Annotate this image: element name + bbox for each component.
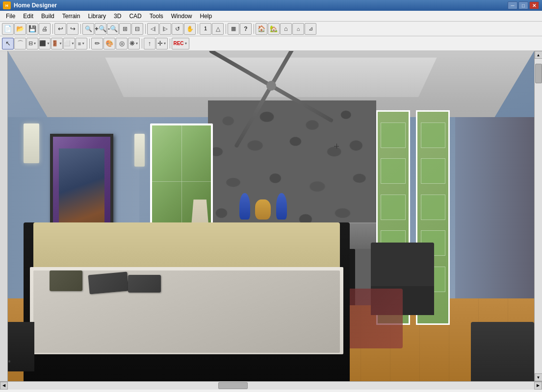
minimize-button[interactable]: ─	[508, 1, 517, 9]
hand-icon: ✋	[186, 25, 194, 32]
house-int-button[interactable]: 🏡	[268, 23, 280, 35]
fit-window-button[interactable]: ⊞	[119, 23, 131, 35]
window-tool-button[interactable]: ⬜ ▼	[63, 38, 75, 49]
vase-gold-center	[255, 199, 271, 219]
scroll-up-arrow[interactable]: ▲	[535, 51, 542, 59]
maximize-button[interactable]: □	[518, 1, 528, 9]
canvas-area[interactable]: ▲ ▼	[8, 51, 542, 381]
roof1-button[interactable]: ⌂	[292, 23, 304, 35]
menu-item-tools[interactable]: Tools	[146, 11, 167, 22]
fit-all-button[interactable]: ⊟	[131, 23, 143, 35]
undo-button[interactable]: ↩	[54, 23, 66, 35]
menu-item-terrain[interactable]: Terrain	[58, 11, 84, 22]
print-icon: 🖨	[42, 25, 48, 32]
door-tool-button[interactable]: 🚪 ▼	[51, 38, 63, 49]
rotate-button[interactable]: ↺	[172, 23, 183, 35]
close-button[interactable]: ✕	[529, 1, 539, 9]
crosshair-cursor	[334, 144, 339, 148]
rec-button[interactable]: REC ▼	[172, 38, 189, 49]
separator-1	[51, 23, 54, 35]
house-ext-icon: 🏠	[258, 25, 265, 32]
scroll-down-arrow[interactable]: ▼	[535, 373, 542, 381]
checkerboard-button[interactable]: ▦	[228, 23, 239, 35]
fan-body	[266, 81, 276, 91]
scroll-track[interactable]	[535, 59, 542, 373]
roof2-button[interactable]: ⊿	[305, 23, 316, 35]
menu-item-cad[interactable]: CAD	[125, 11, 145, 22]
toolbar-secondary: ↖ ⌒ ⊟ ▼ ⬛ ▼ 🚪 ▼ ⬜ ▼ ≡ ▼ ✏ 🎨 ◎ ❋ ▼ ↑ ✛ ▼	[0, 36, 542, 51]
number-button[interactable]: 1	[200, 23, 211, 35]
help-q-button[interactable]: ?	[240, 23, 252, 35]
zoom-magnifier-button[interactable]: 🔍	[82, 23, 94, 35]
wall-tool-button[interactable]: ⊟ ▼	[26, 38, 38, 49]
hscroll-track[interactable]	[8, 382, 534, 390]
number-icon: 1	[204, 26, 207, 31]
new-button[interactable]: 📄	[2, 23, 14, 35]
corner-chair	[471, 322, 534, 381]
pattern-tool-icon: ◎	[119, 40, 125, 47]
app-icon: H	[3, 1, 11, 9]
arrow-up2-icon: △	[216, 25, 220, 32]
paint-tool-button[interactable]: ✏	[91, 38, 103, 49]
3d-room-render	[8, 51, 534, 381]
house-ext-button[interactable]: 🏠	[256, 23, 267, 35]
view-right-button[interactable]: |▷	[159, 23, 171, 35]
menu-item-help[interactable]: Help	[196, 11, 216, 22]
window-tool-icon: ⬜	[64, 40, 71, 47]
roof1-icon: ⌂	[297, 26, 300, 32]
menu-item-file[interactable]: File	[2, 11, 19, 22]
new-icon: 📄	[4, 25, 12, 32]
separator-3	[144, 23, 147, 35]
save-icon: 💾	[28, 25, 36, 32]
curve-tool-icon: ⌒	[17, 39, 24, 48]
scroll-left-arrow[interactable]: ◀	[0, 382, 8, 390]
texture-tool-arrow: ▼	[135, 42, 139, 45]
pattern-tool-button[interactable]: ◎	[116, 38, 128, 49]
pillow-1	[88, 272, 129, 294]
scroll-right-arrow[interactable]: ▶	[534, 382, 542, 390]
separator-6	[252, 23, 255, 35]
gradient-tool-icon: 🎨	[105, 40, 113, 47]
gradient-tool-button[interactable]: 🎨	[103, 38, 115, 49]
menu-item-build[interactable]: Build	[37, 11, 58, 22]
room-tool-button[interactable]: ⬛ ▼	[39, 38, 51, 49]
menu-item-edit[interactable]: Edit	[19, 11, 37, 22]
scroll-thumb[interactable]	[535, 64, 542, 83]
open-button[interactable]: 📂	[14, 23, 26, 35]
separator-8	[140, 38, 143, 49]
vertical-ruler	[0, 51, 8, 381]
redo-button[interactable]: ↪	[67, 23, 78, 35]
nightstand	[8, 322, 34, 371]
armchair-back	[371, 243, 434, 286]
up-arrow-button[interactable]: ↑	[144, 38, 155, 49]
status-bar	[0, 389, 542, 392]
stairs-button[interactable]: ⌂	[280, 23, 292, 35]
arrow-up2-button[interactable]: △	[212, 23, 224, 35]
zoom-out-icon: -🔍	[108, 25, 118, 32]
menu-item-window[interactable]: Window	[167, 11, 196, 22]
wall-sconce-right	[134, 134, 145, 167]
redo-icon: ↪	[70, 25, 76, 32]
curve-tool-button[interactable]: ⌒	[14, 38, 26, 49]
select-button[interactable]: ↖	[2, 38, 14, 49]
menu-item-library[interactable]: Library	[84, 11, 110, 22]
view-left-icon: ◁|	[151, 26, 156, 31]
menu-item-3d[interactable]: 3D	[110, 11, 125, 22]
zoom-out-button[interactable]: -🔍	[107, 23, 119, 35]
hand-button[interactable]: ✋	[184, 23, 196, 35]
view-left-button[interactable]: ◁|	[147, 23, 159, 35]
transform-button[interactable]: ✛ ▼	[156, 38, 168, 49]
texture-tool-button[interactable]: ❋ ▼	[128, 38, 140, 49]
save-button[interactable]: 💾	[26, 23, 38, 35]
vase-blue-left	[239, 193, 250, 220]
zoom-in-button[interactable]: +🔍	[95, 23, 106, 35]
roof2-icon: ⊿	[309, 25, 313, 32]
separator-7	[88, 38, 91, 49]
bed-frame	[24, 222, 350, 381]
toolbar-primary: 📄 📂 💾 🖨 ↩ ↪ 🔍 +🔍 -🔍 ⊞ ⊟ ◁| |▷ ↺ ✋	[0, 22, 542, 36]
print-button[interactable]: 🖨	[39, 23, 51, 35]
hscroll-thumb[interactable]	[218, 382, 248, 389]
stair-tool-button[interactable]: ≡ ▼	[76, 38, 87, 49]
paint-tool-icon: ✏	[95, 40, 100, 47]
house-int-icon: 🏡	[270, 25, 278, 32]
